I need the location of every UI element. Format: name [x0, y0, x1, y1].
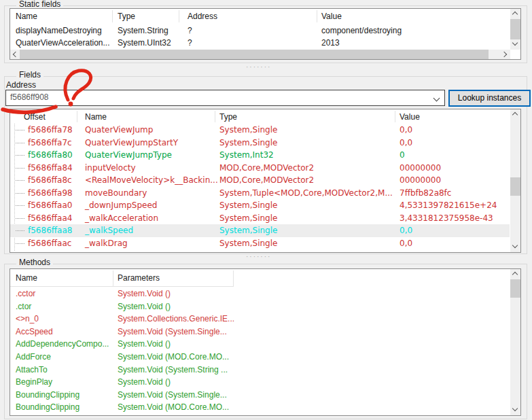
- static-col-type[interactable]: Type: [118, 12, 135, 21]
- fields-col-name[interactable]: Name: [85, 112, 107, 122]
- method-row[interactable]: BoundingClipping System.Void (System.Sin…: [10, 389, 510, 402]
- method-row[interactable]: AddForce System.Void (MOD.Core.MO...: [10, 351, 510, 364]
- methods-col-params[interactable]: Parameters: [118, 273, 160, 283]
- method-row[interactable]: AttachTo System.Void (System.String ...: [10, 364, 510, 377]
- scroll-left-button[interactable]: [10, 50, 20, 59]
- scroll-down-button[interactable]: [510, 242, 520, 252]
- method-row[interactable]: .cctor System.Void (): [10, 287, 510, 300]
- scroll-up-button[interactable]: [510, 9, 520, 19]
- static-fields-vscrollbar[interactable]: [510, 9, 520, 50]
- static-field-name: QuaterViewAcceleration...: [16, 37, 110, 49]
- field-value: 0,0: [400, 124, 412, 137]
- field-offset: f5686ffab0: [28, 249, 73, 251]
- field-row[interactable]: f5686ffa80 QuaterViewJumpType System,Int…: [10, 149, 510, 162]
- scroll-up-button[interactable]: [510, 109, 520, 120]
- static-col-address[interactable]: Address: [188, 12, 217, 21]
- static-field-row[interactable]: QuaterViewAcceleration... System.UInt32 …: [10, 37, 510, 49]
- tree-branch-icon: [16, 218, 24, 219]
- column-separator: [233, 270, 234, 286]
- field-type: MOD,Core,MODVector2: [219, 162, 314, 175]
- address-input-value[interactable]: f5686ff908: [10, 92, 49, 102]
- static-col-name[interactable]: Name: [16, 12, 37, 21]
- lookup-instances-button[interactable]: Lookup instances: [448, 90, 531, 107]
- method-parameters: System.Void (): [118, 376, 171, 389]
- method-row[interactable]: AccSpeed System.Void (System.Single...: [10, 326, 510, 338]
- field-name: QuaterViewJump: [85, 124, 153, 137]
- field-row[interactable]: f5686ffab0 _walkSlope System,Single 4,59…: [10, 249, 510, 251]
- field-value: 3,4331812375958e-43: [400, 212, 493, 225]
- field-offset: f5686ffa84: [28, 162, 73, 175]
- field-row[interactable]: f5686ffa84 inputVelocty MOD,Core,MODVect…: [10, 162, 510, 175]
- static-field-type: System.String: [118, 24, 169, 37]
- vscroll-thumb[interactable]: [510, 19, 520, 39]
- vscroll-thumb[interactable]: [510, 279, 520, 298]
- scroll-up-button[interactable]: [510, 269, 520, 279]
- splitter-handle[interactable]: ·······: [246, 255, 271, 259]
- vscroll-thumb[interactable]: [510, 177, 520, 196]
- field-name: <RealMoveVelocity>k__Backin...: [85, 174, 218, 187]
- fields-col-type[interactable]: Type: [219, 112, 237, 122]
- tree-branch-icon: [16, 193, 24, 194]
- field-row[interactable]: f5686ffaa4 _walkAcceleration System,Sing…: [10, 212, 510, 225]
- field-value: 0,0: [400, 224, 412, 237]
- static-field-address: ?: [188, 37, 192, 49]
- splitter-handle[interactable]: ·······: [246, 65, 271, 69]
- field-name: _walkAcceleration: [85, 212, 158, 225]
- address-combobox[interactable]: f5686ff908: [5, 90, 445, 106]
- method-parameters: System.Void (System.Single...: [118, 389, 227, 402]
- method-parameters: System.Void (System.Single...: [118, 326, 227, 338]
- field-type: System,Single: [219, 124, 277, 137]
- field-row[interactable]: f5686ffa8c <RealMoveVelocity>k__Backin..…: [10, 174, 510, 187]
- field-row[interactable]: f5686ffaa0 _downJumpSpeed System,Single …: [10, 199, 510, 212]
- method-name: AddForce: [16, 351, 51, 364]
- tree-branch-icon: [16, 205, 24, 206]
- static-col-value[interactable]: Value: [321, 12, 342, 21]
- field-name: _walkSpeed: [85, 224, 133, 237]
- column-separator: [112, 10, 113, 22]
- scroll-right-button[interactable]: [501, 50, 510, 59]
- column-separator: [113, 270, 113, 286]
- method-name: AttachTo: [16, 364, 48, 377]
- field-offset: f5686ffaa4: [28, 212, 72, 225]
- field-row[interactable]: f5686ffa78 QuaterViewJump System,Single …: [10, 124, 510, 137]
- field-row[interactable]: f5686ffa7c QuaterViewJumpStartY System,S…: [10, 137, 510, 150]
- scroll-down-button[interactable]: [510, 405, 520, 415]
- hscroll-thumb[interactable]: [20, 50, 489, 59]
- method-row[interactable]: <>n_0 System.Collections.Generic.IE...: [10, 313, 510, 326]
- fields-col-value[interactable]: Value: [400, 112, 420, 122]
- fields-vscrollbar[interactable]: [510, 109, 520, 252]
- field-value: 7ffbfb82a8fc: [400, 187, 451, 200]
- scroll-down-button[interactable]: [510, 39, 520, 50]
- field-offset: f5686ffa78: [28, 124, 73, 137]
- methods-vscrollbar[interactable]: [510, 269, 520, 415]
- field-name: _downJumpSpeed: [85, 199, 157, 212]
- method-row[interactable]: BoundingClipping System.Void (MOD.Core.M…: [10, 401, 510, 414]
- methods-col-name[interactable]: Name: [16, 273, 37, 283]
- field-type: System,Single: [219, 212, 277, 225]
- field-name: _walkDrag: [85, 237, 128, 250]
- method-row[interactable]: .ctor System.Void (): [10, 300, 510, 313]
- static-field-row[interactable]: displayNameDestroying System.String ? co…: [10, 24, 510, 37]
- field-type: System,Tuple<MOD,Core,MODVector2,M...: [219, 187, 393, 200]
- static-fields-hscrollbar[interactable]: [10, 50, 510, 59]
- field-type: System,Single: [219, 137, 277, 150]
- field-value: 4,5920347582715e-43: [400, 249, 493, 251]
- tree-branch-icon: [16, 243, 24, 244]
- field-offset: f5686ffa98: [28, 187, 73, 200]
- method-name: <>n_0: [16, 313, 39, 326]
- field-row[interactable]: f5686ffaa8 _walkSpeed System,Single 0,0: [10, 224, 510, 237]
- field-offset: f5686ffa8c: [28, 174, 72, 187]
- tree-branch-icon: [16, 168, 24, 169]
- fields-col-offset[interactable]: Offset: [24, 112, 46, 122]
- tree-branch-icon: [16, 230, 24, 231]
- method-parameters: System.Void (MOD.Core.MO...: [118, 351, 229, 364]
- chevron-down-icon[interactable]: [433, 95, 440, 102]
- field-name: QuaterViewJumpStartY: [85, 137, 178, 150]
- field-value: 4,5331397821615e+24: [400, 199, 497, 212]
- field-row[interactable]: f5686ffaac _walkDrag System,Single 0,0: [10, 237, 510, 250]
- method-row[interactable]: BeginPlay System.Void (): [10, 376, 510, 389]
- fields-table: Offset Name Type Value f5686ffa78 Quater…: [10, 109, 521, 253]
- static-field-name: displayNameDestroying: [16, 24, 102, 37]
- method-row[interactable]: AddDependencyCompo... System.Void (): [10, 338, 510, 351]
- field-row[interactable]: f5686ffa98 moveBoundary System,Tuple<MOD…: [10, 187, 510, 200]
